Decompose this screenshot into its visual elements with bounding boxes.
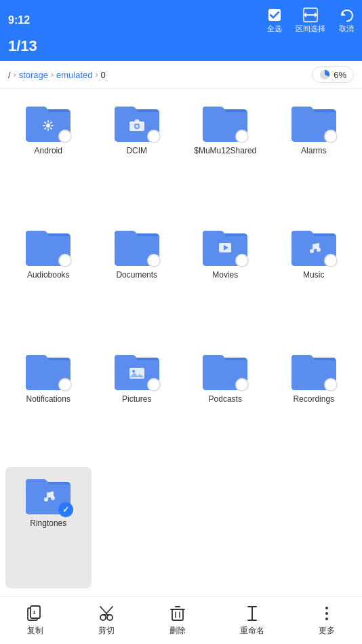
- scissors-icon: [98, 605, 115, 622]
- folder-item[interactable]: Movies: [182, 219, 268, 340]
- folder-item[interactable]: DCIM: [94, 94, 180, 216]
- header-actions: 全选 区间选择 取消: [267, 7, 354, 34]
- breadcrumb-sep-2: ›: [51, 70, 54, 79]
- svg-point-62: [325, 607, 328, 609]
- svg-rect-54: [172, 609, 183, 620]
- svg-point-30: [317, 248, 321, 252]
- folder-icon-wrap: [290, 349, 338, 392]
- folder-item[interactable]: Notifications: [5, 343, 92, 464]
- more-button[interactable]: 更多: [310, 601, 344, 641]
- svg-point-44: [44, 497, 48, 501]
- folder-item[interactable]: Alarms: [271, 94, 357, 216]
- folder-icon-wrap: [24, 101, 72, 143]
- folder-name: Music: [303, 270, 324, 281]
- bottom-toolbar: 1 复制 剪切 删除 重命名: [0, 596, 362, 644]
- svg-line-51: [100, 607, 106, 613]
- folder-select-badge: [324, 130, 338, 143]
- select-all-button[interactable]: 全选: [267, 7, 282, 34]
- svg-marker-5: [342, 12, 346, 16]
- trash-icon: [169, 605, 186, 622]
- copy-label: 复制: [27, 625, 43, 637]
- folder-icon-wrap: [290, 225, 338, 267]
- folder-name: Movies: [212, 270, 238, 281]
- more-label: 更多: [319, 625, 335, 637]
- more-icon: [318, 605, 336, 622]
- breadcrumb-sep-3: ›: [95, 70, 98, 79]
- rename-icon: [243, 605, 261, 622]
- folder-icon-wrap: [24, 349, 72, 392]
- folder-item[interactable]: Android: [5, 94, 92, 216]
- arrows-h-icon: [303, 7, 318, 22]
- header: 9:12 全选 区间选择: [0, 0, 362, 61]
- breadcrumb-storage[interactable]: storage: [19, 70, 48, 80]
- folder-item[interactable]: Recordings: [271, 343, 357, 464]
- folder-name: Podcasts: [209, 394, 242, 405]
- folder-select-badge: [147, 378, 161, 392]
- folder-item[interactable]: $MuMu12Shared: [182, 94, 268, 216]
- breadcrumb-current: 0: [100, 70, 105, 80]
- status-time: 9:12: [8, 14, 30, 26]
- copy-icon: 1: [26, 605, 44, 622]
- folder-name: Notifications: [26, 394, 71, 405]
- range-select-button[interactable]: 区间选择: [296, 7, 325, 34]
- folder-select-badge: [147, 254, 161, 267]
- folder-icon-wrap: [201, 101, 249, 143]
- header-top: 9:12 全选 区间选择: [8, 2, 354, 34]
- svg-point-9: [46, 124, 50, 128]
- folder-name: DCIM: [126, 146, 147, 157]
- storage-percent: 6%: [334, 70, 346, 80]
- folder-icon-wrap: [290, 101, 338, 143]
- folder-item[interactable]: Audiobooks: [5, 219, 92, 340]
- check-square-icon: [267, 7, 282, 22]
- folder-item[interactable]: Pictures: [94, 343, 180, 464]
- svg-point-50: [107, 615, 113, 620]
- breadcrumb-sep-1: ›: [14, 70, 16, 79]
- folder-item[interactable]: Music: [271, 219, 357, 340]
- breadcrumb-emulated[interactable]: emulated: [56, 70, 92, 80]
- svg-point-64: [325, 618, 328, 620]
- folder-name: Documents: [116, 270, 157, 281]
- svg-line-52: [106, 607, 113, 613]
- folder-icon-wrap: [24, 225, 72, 267]
- folder-select-badge: [324, 254, 338, 267]
- folder-name: Ringtones: [30, 518, 66, 529]
- folder-grid: Android DCIM$MuMu12SharedAlarmsAudiobook…: [0, 89, 362, 594]
- folder-icon-wrap: [201, 349, 249, 392]
- svg-point-14: [135, 125, 138, 128]
- folder-name: Audiobooks: [27, 270, 70, 281]
- cancel-button[interactable]: 取消: [339, 7, 354, 34]
- rename-button[interactable]: 重命名: [232, 601, 273, 641]
- copy-button[interactable]: 1 复制: [18, 601, 52, 641]
- svg-point-36: [132, 370, 135, 373]
- breadcrumb-bar: / › storage › emulated › 0 6%: [0, 61, 362, 89]
- folder-name: Pictures: [122, 394, 151, 405]
- svg-text:1: 1: [33, 609, 36, 615]
- folder-name: Alarms: [301, 146, 326, 157]
- folder-select-badge: [324, 378, 338, 392]
- folder-name: Android: [35, 146, 62, 157]
- storage-badge: 6%: [312, 67, 354, 83]
- folder-item[interactable]: Documents: [94, 219, 180, 340]
- cut-label: 剪切: [98, 625, 115, 637]
- rename-label: 重命名: [240, 625, 264, 637]
- svg-point-29: [310, 249, 314, 253]
- breadcrumb: / › storage › emulated › 0: [8, 70, 106, 80]
- folder-select-badge: [147, 130, 161, 143]
- breadcrumb-root[interactable]: /: [8, 70, 11, 80]
- folder-icon-wrap: [201, 225, 249, 267]
- pie-chart-icon: [319, 69, 330, 80]
- file-count: 1/13: [8, 37, 354, 59]
- delete-button[interactable]: 删除: [161, 601, 195, 641]
- folder-name: Recordings: [293, 394, 334, 405]
- folder-icon-wrap: [113, 101, 161, 143]
- folder-item[interactable]: Ringtones: [5, 467, 92, 588]
- svg-point-45: [51, 496, 55, 500]
- folder-name: $MuMu12Shared: [194, 146, 256, 157]
- folder-item[interactable]: Podcasts: [182, 343, 268, 464]
- svg-point-63: [325, 612, 328, 615]
- svg-point-49: [100, 615, 106, 620]
- folder-icon-wrap: [113, 225, 161, 267]
- cut-button[interactable]: 剪切: [89, 601, 123, 641]
- undo-icon: [339, 7, 354, 22]
- delete-label: 删除: [169, 625, 186, 637]
